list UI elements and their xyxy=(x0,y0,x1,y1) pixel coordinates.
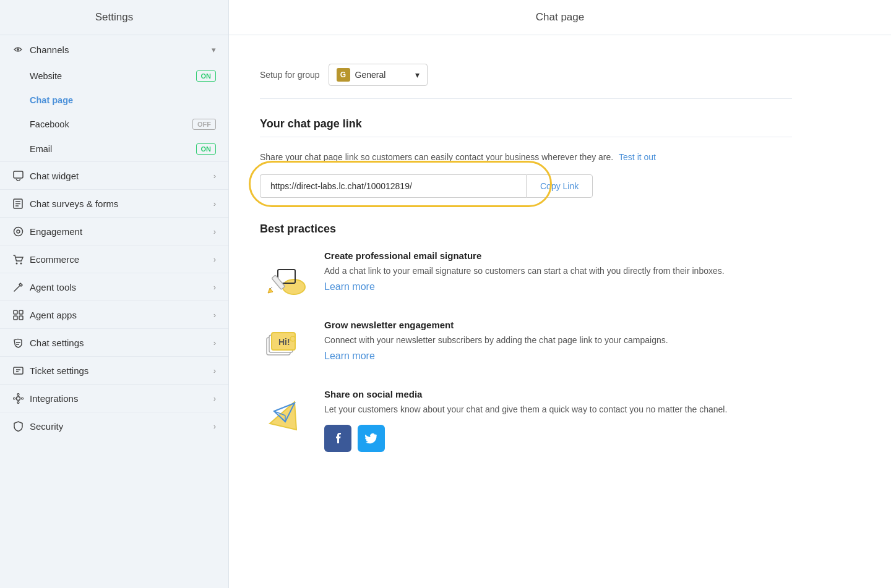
sidebar-item-integrations[interactable]: Integrations › xyxy=(0,384,228,412)
sidebar-item-facebook[interactable]: Facebook OFF xyxy=(0,112,228,137)
practice-email-signature: Create professional email signature Add … xyxy=(260,250,792,300)
sidebar-item-security[interactable]: Security › xyxy=(0,412,228,440)
sidebar-item-agent-tools[interactable]: Agent tools › xyxy=(0,273,228,300)
chat-widget-chevron-icon: › xyxy=(213,171,216,181)
engagement-chevron-icon: › xyxy=(213,227,216,236)
chat-widget-icon xyxy=(12,170,24,181)
sidebar: Settings Channels ▾ Website ON Chat page… xyxy=(0,0,229,588)
sidebar-section-channels[interactable]: Channels ▾ xyxy=(0,35,228,64)
sidebar-title: Settings xyxy=(0,0,228,35)
sidebar-item-ticket-settings[interactable]: Ticket settings › xyxy=(0,356,228,384)
chat-widget-label: Chat widget xyxy=(30,171,79,181)
sidebar-item-agent-apps[interactable]: Agent apps › xyxy=(0,300,228,328)
email-badge: ON xyxy=(196,143,217,155)
chat-link-desc: Share your chat page link so customers c… xyxy=(260,152,792,162)
newsletter-content: Grow newsletter engagement Connect with … xyxy=(324,320,792,362)
svg-point-33 xyxy=(290,336,295,341)
practice-newsletter: Hi! Grow newsletter engagement Connect w… xyxy=(260,320,792,369)
setup-bar: Setup for group G General ▾ xyxy=(260,54,792,99)
ecommerce-label: Ecommerce xyxy=(30,254,79,265)
facebook-badge: OFF xyxy=(192,119,216,130)
group-avatar: G xyxy=(337,68,350,82)
agent-apps-chevron-icon: › xyxy=(213,310,216,320)
sidebar-item-chat-page[interactable]: Chat page xyxy=(0,88,228,112)
group-name: General xyxy=(355,70,386,80)
social-icons-row xyxy=(324,425,792,452)
email-label: Email xyxy=(30,144,52,154)
link-input-row: Copy Link xyxy=(260,174,792,198)
channels-label: Channels xyxy=(30,45,69,55)
engagement-icon xyxy=(12,226,24,237)
svg-point-19 xyxy=(16,396,20,400)
chat-settings-icon xyxy=(12,337,24,348)
agent-tools-chevron-icon: › xyxy=(213,283,216,292)
svg-point-22 xyxy=(13,398,15,399)
main-title: Chat page xyxy=(229,0,891,35)
test-it-out-link[interactable]: Test it out xyxy=(619,152,656,162)
best-practices-section: Best practices Create professional xyxy=(260,223,792,452)
ecommerce-chevron-icon: › xyxy=(213,255,216,264)
chat-link-input[interactable] xyxy=(260,174,526,198)
sidebar-item-chat-widget[interactable]: Chat widget › xyxy=(0,161,228,189)
sidebar-item-email[interactable]: Email ON xyxy=(0,137,228,161)
email-sig-title: Create professional email signature xyxy=(324,250,792,261)
agent-tools-icon xyxy=(12,281,24,292)
svg-rect-10 xyxy=(14,310,17,314)
facebook-button[interactable] xyxy=(324,425,351,452)
email-sig-learn-more[interactable]: Learn more xyxy=(324,281,375,292)
main-body: Setup for group G General ▾ Your chat pa… xyxy=(229,35,823,490)
chat-link-section: Your chat page link Share your chat page… xyxy=(260,117,792,198)
security-icon xyxy=(12,420,24,432)
engagement-label: Engagement xyxy=(30,226,82,237)
integrations-icon xyxy=(12,393,24,404)
agent-apps-icon xyxy=(12,309,24,320)
svg-rect-1 xyxy=(14,171,23,178)
channels-chevron-icon: ▾ xyxy=(212,45,216,54)
agent-apps-label: Agent apps xyxy=(30,310,77,320)
svg-point-24 xyxy=(283,279,305,294)
social-content: Share on social media Let your customers… xyxy=(324,389,792,452)
email-sig-desc: Add a chat link to your email signature … xyxy=(324,265,792,278)
website-label: Website xyxy=(30,71,62,81)
sidebar-item-ecommerce[interactable]: Ecommerce › xyxy=(0,245,228,273)
newsletter-icon: Hi! xyxy=(260,320,309,369)
setup-label: Setup for group xyxy=(260,70,320,80)
security-chevron-icon: › xyxy=(213,422,216,431)
social-share-icon xyxy=(260,389,309,438)
svg-point-6 xyxy=(14,227,22,236)
twitter-button[interactable] xyxy=(358,425,385,452)
svg-rect-12 xyxy=(14,316,17,320)
facebook-label: Facebook xyxy=(30,119,69,129)
svg-point-0 xyxy=(17,48,19,51)
channels-icon xyxy=(12,44,24,55)
email-sig-icon xyxy=(260,250,309,300)
copy-link-button[interactable]: Copy Link xyxy=(526,174,593,198)
chat-settings-label: Chat settings xyxy=(30,338,84,348)
surveys-icon xyxy=(12,198,24,209)
svg-rect-13 xyxy=(19,316,23,320)
sidebar-item-chat-settings[interactable]: Chat settings › xyxy=(0,328,228,356)
best-practices-title: Best practices xyxy=(260,223,792,236)
svg-point-8 xyxy=(15,262,17,264)
chat-page-label: Chat page xyxy=(30,95,73,105)
newsletter-desc: Connect with your newsletter subscribers… xyxy=(324,334,792,347)
practice-social-media: Share on social media Let your customers… xyxy=(260,389,792,452)
agent-tools-label: Agent tools xyxy=(30,282,76,292)
surveys-chevron-icon: › xyxy=(213,199,216,208)
ecommerce-icon xyxy=(12,254,24,265)
main-content: Chat page Setup for group G General ▾ Yo… xyxy=(229,0,891,588)
svg-text:Hi!: Hi! xyxy=(278,337,290,347)
ticket-settings-icon xyxy=(12,365,24,376)
integrations-label: Integrations xyxy=(30,393,78,404)
svg-point-7 xyxy=(17,230,20,233)
dropdown-arrow-icon: ▾ xyxy=(415,70,420,80)
svg-point-21 xyxy=(17,401,19,403)
sidebar-item-website[interactable]: Website ON xyxy=(0,64,228,88)
group-dropdown[interactable]: G General ▾ xyxy=(329,64,428,86)
ticket-settings-chevron-icon: › xyxy=(213,366,216,375)
sidebar-item-engagement[interactable]: Engagement › xyxy=(0,217,228,245)
social-title: Share on social media xyxy=(324,389,792,399)
svg-point-20 xyxy=(17,393,19,395)
sidebar-item-chat-surveys-forms[interactable]: Chat surveys & forms › xyxy=(0,189,228,217)
newsletter-learn-more[interactable]: Learn more xyxy=(324,351,375,361)
